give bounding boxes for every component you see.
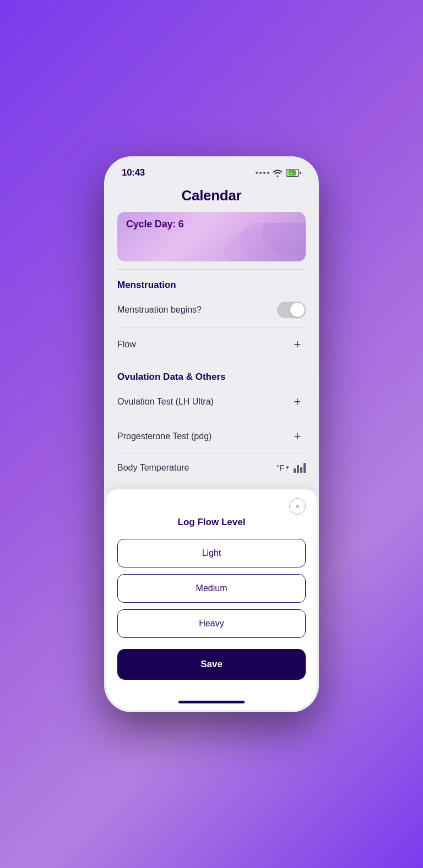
page-title: Calendar xyxy=(117,187,306,204)
close-icon: × xyxy=(295,502,300,511)
status-bar: 10:43 xyxy=(106,159,317,183)
ovulation-section: Ovulation Data & Others Ovulation Test (… xyxy=(106,362,317,482)
sheet-title: Log Flow Level xyxy=(117,517,306,528)
ovulation-test-add-button[interactable]: + xyxy=(289,394,306,410)
flow-option-heavy[interactable]: Heavy xyxy=(117,609,306,638)
page-title-bar: Calendar xyxy=(106,183,317,212)
phone-frame: 10:43 xyxy=(104,156,319,712)
menstruation-begins-row: Menstruation begins? xyxy=(117,293,306,327)
menstruation-begins-label: Menstruation begins? xyxy=(117,305,202,315)
temp-unit-selector[interactable]: °F ▾ xyxy=(276,463,289,472)
status-icons: ⚡ xyxy=(256,169,301,177)
battery-icon: ⚡ xyxy=(286,169,301,177)
cycle-day-text: Cycle Day: 6 xyxy=(126,219,184,230)
close-sheet-button[interactable]: × xyxy=(289,498,306,515)
menstruation-section: Menstruation Menstruation begins? Flow + xyxy=(106,270,317,362)
ovulation-test-row[interactable]: Ovulation Test (LH Ultra) + xyxy=(117,385,306,419)
signal-icon xyxy=(256,172,269,174)
toggle-knob xyxy=(290,303,305,317)
flow-row[interactable]: Flow + xyxy=(117,327,306,362)
flow-label: Flow xyxy=(117,340,136,350)
phone-screen: 10:43 xyxy=(106,159,317,710)
chart-bar-3 xyxy=(300,467,302,473)
menstruation-section-title: Menstruation xyxy=(117,280,306,291)
svg-text:⚡: ⚡ xyxy=(289,171,294,176)
hero-wave-decoration xyxy=(196,223,306,261)
temperature-chart-icon[interactable] xyxy=(294,463,306,473)
save-button[interactable]: Save xyxy=(117,649,306,680)
temp-controls: °F ▾ xyxy=(276,463,306,473)
home-indicator xyxy=(106,696,317,710)
chart-bar-1 xyxy=(294,468,296,473)
home-bar xyxy=(178,701,245,703)
ovulation-section-title: Ovulation Data & Others xyxy=(117,372,306,383)
progesterone-test-add-button[interactable]: + xyxy=(289,428,306,445)
wifi-icon xyxy=(273,169,283,177)
sheet-header: × xyxy=(117,498,306,515)
hero-banner: Cycle Day: 6 xyxy=(117,212,306,261)
status-time: 10:43 xyxy=(122,167,145,178)
ovulation-test-label: Ovulation Test (LH Ultra) xyxy=(117,397,214,407)
flow-add-button[interactable]: + xyxy=(289,336,306,353)
menstruation-toggle[interactable] xyxy=(277,302,306,318)
temp-unit-chevron: ▾ xyxy=(286,464,289,471)
flow-option-medium[interactable]: Medium xyxy=(117,574,306,603)
body-temperature-row[interactable]: Body Temperature °F ▾ xyxy=(117,454,306,482)
progesterone-test-label: Progesterone Test (pdg) xyxy=(117,432,212,441)
log-flow-bottom-sheet: × Log Flow Level Light Medium Heavy Save xyxy=(106,489,317,696)
body-temperature-label: Body Temperature xyxy=(117,463,189,473)
flow-option-light[interactable]: Light xyxy=(117,539,306,567)
temp-unit-label: °F xyxy=(276,463,284,472)
chart-bar-2 xyxy=(297,465,299,473)
progesterone-test-row[interactable]: Progesterone Test (pdg) + xyxy=(117,419,306,454)
chart-bar-4 xyxy=(303,463,306,473)
